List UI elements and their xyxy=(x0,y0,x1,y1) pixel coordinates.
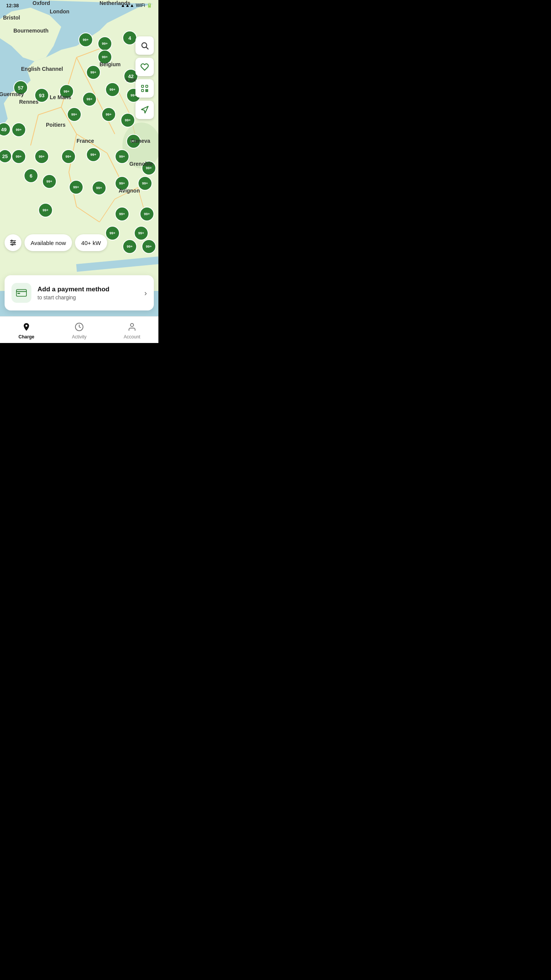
wifi-icon: WiFi xyxy=(136,3,145,8)
search-button[interactable] xyxy=(135,36,154,55)
svg-rect-26 xyxy=(146,85,148,88)
payment-text: Add a payment method to start charging xyxy=(37,286,141,301)
account-label: Account xyxy=(124,334,140,340)
activity-label: Activity xyxy=(72,334,86,340)
status-icons: ▲▲▲ WiFi 🔋 xyxy=(121,3,152,8)
payment-title: Add a payment method xyxy=(37,286,141,293)
signal-icon: ▲▲▲ xyxy=(121,3,134,8)
payment-subtitle: to start charging xyxy=(37,294,141,301)
location-button[interactable] xyxy=(135,101,154,119)
svg-rect-25 xyxy=(142,85,144,88)
payment-chevron-icon: › xyxy=(144,289,147,297)
svg-rect-40 xyxy=(18,293,20,294)
payment-icon xyxy=(11,283,31,303)
map-action-buttons xyxy=(135,36,154,119)
nav-charge[interactable]: Charge xyxy=(0,320,53,340)
status-time: 12:38 xyxy=(6,3,19,8)
svg-line-24 xyxy=(146,47,148,49)
qr-scan-button[interactable] xyxy=(135,79,154,98)
activity-icon xyxy=(75,322,84,333)
bottom-nav: Charge Activity Account xyxy=(0,316,158,343)
filter-bar: Available now 40+ kW xyxy=(0,234,158,251)
svg-point-35 xyxy=(11,240,12,241)
svg-point-36 xyxy=(14,242,15,243)
charge-icon xyxy=(22,322,31,333)
power-filter[interactable]: 40+ kW xyxy=(75,234,107,251)
svg-rect-30 xyxy=(146,91,148,91)
filter-toggle-button[interactable] xyxy=(5,234,21,251)
charge-label: Charge xyxy=(18,334,34,340)
account-icon xyxy=(127,322,137,333)
svg-rect-27 xyxy=(142,90,144,92)
svg-rect-29 xyxy=(147,90,148,91)
svg-rect-28 xyxy=(146,90,147,91)
favorites-button[interactable] xyxy=(135,58,154,76)
svg-point-37 xyxy=(12,244,13,245)
nav-activity[interactable]: Activity xyxy=(53,320,106,340)
status-bar: 12:38 ▲▲▲ WiFi 🔋 xyxy=(0,0,158,11)
svg-marker-31 xyxy=(142,106,148,113)
nav-account[interactable]: Account xyxy=(106,320,158,340)
battery-icon: 🔋 xyxy=(147,3,152,8)
payment-method-card[interactable]: Add a payment method to start charging › xyxy=(5,275,154,310)
available-now-filter[interactable]: Available now xyxy=(24,234,72,251)
svg-point-42 xyxy=(130,323,134,327)
